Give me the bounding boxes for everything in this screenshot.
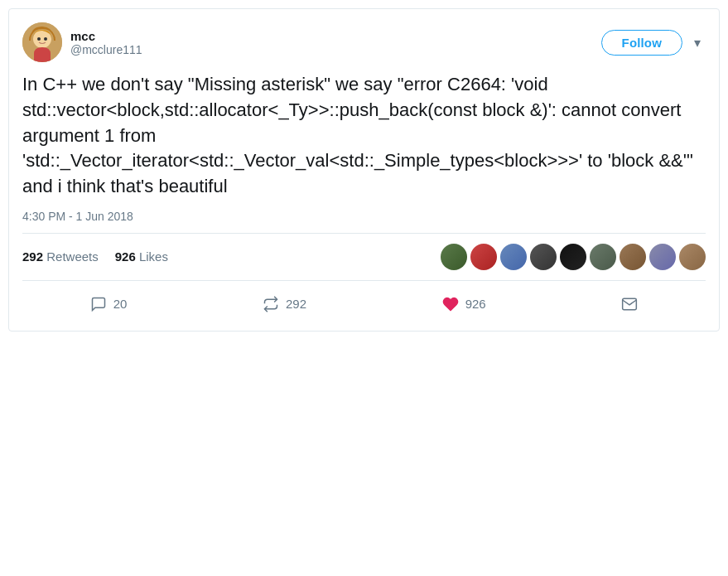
- liker-avatar: [530, 244, 557, 270]
- tweet-stats: 292 Retweets 926 Likes: [22, 244, 706, 281]
- liker-avatar: [560, 244, 586, 270]
- liker-avatar: [470, 244, 497, 270]
- chevron-button[interactable]: ▾: [689, 31, 706, 54]
- likes-stat: 926 Likes: [115, 249, 168, 264]
- user-info: mcc @mcclure111: [70, 29, 142, 56]
- heart-icon: [442, 296, 459, 312]
- retweet-count: 292: [286, 297, 306, 311]
- liker-avatar: [500, 244, 527, 270]
- retweet-icon: [263, 296, 279, 312]
- reply-button[interactable]: 20: [80, 291, 137, 317]
- tweet-header-right: Follow ▾: [601, 30, 706, 56]
- likes-count: 926: [115, 249, 136, 264]
- stats-left: 292 Retweets 926 Likes: [22, 249, 168, 264]
- reply-count: 20: [113, 297, 128, 311]
- tweet-body: In C++ we don't say "Missing asterisk" w…: [22, 72, 706, 200]
- like-count: 926: [465, 297, 486, 311]
- likers-avatar-row: [441, 244, 706, 270]
- chevron-down-icon: ▾: [694, 36, 701, 50]
- likes-label: Likes: [139, 249, 168, 264]
- tweet-header-left: mcc @mcclure111: [22, 22, 142, 62]
- reply-icon: [90, 296, 107, 312]
- display-name: mcc: [70, 29, 142, 43]
- svg-point-2: [37, 37, 41, 41]
- liker-avatar: [620, 244, 646, 270]
- liker-avatar: [441, 244, 467, 270]
- envelope-icon: [621, 296, 638, 312]
- liker-avatar: [590, 244, 616, 270]
- retweets-label: Retweets: [46, 249, 99, 264]
- avatar: [22, 22, 62, 62]
- share-button[interactable]: [611, 291, 648, 317]
- liker-avatar: [679, 244, 706, 270]
- like-button[interactable]: 926: [432, 291, 496, 317]
- liker-avatar: [649, 244, 676, 270]
- tweet-actions: 20 292 926: [22, 291, 706, 317]
- retweets-stat: 292 Retweets: [22, 249, 99, 264]
- tweet-timestamp: 4:30 PM - 1 Jun 2018: [22, 210, 706, 234]
- svg-point-3: [44, 37, 47, 41]
- username: @mcclure111: [70, 43, 142, 56]
- tweet-card: mcc @mcclure111 Follow ▾ In C++ we don't…: [8, 8, 720, 332]
- follow-button[interactable]: Follow: [601, 30, 682, 56]
- retweets-count: 292: [22, 249, 43, 264]
- retweet-button[interactable]: 292: [253, 291, 316, 317]
- tweet-header: mcc @mcclure111 Follow ▾: [22, 22, 706, 62]
